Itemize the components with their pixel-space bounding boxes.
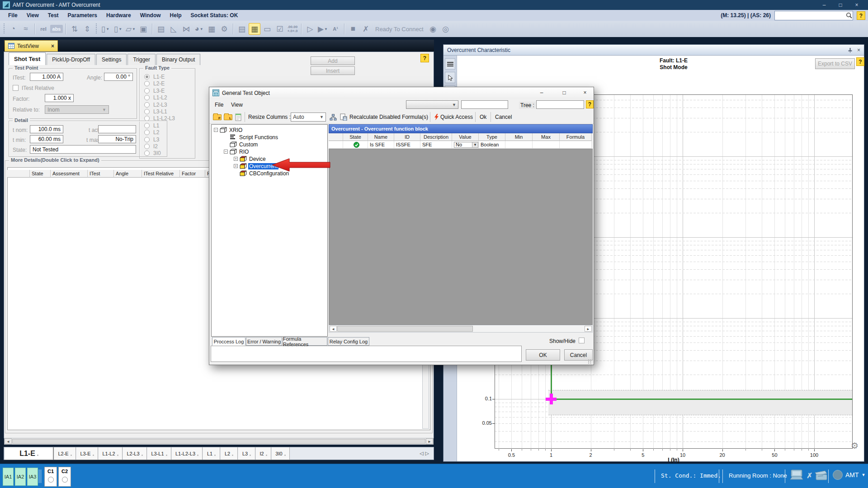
connect-icon[interactable]: ◉ <box>427 23 439 35</box>
tree-structure-icon[interactable] <box>330 114 337 121</box>
tab-proccess-log[interactable]: Proccess Log <box>212 337 245 346</box>
pointer-tool-icon[interactable] <box>445 72 455 83</box>
numeric-view-icon[interactable]: ▦ <box>249 23 260 35</box>
tab-testview[interactable]: TestView × <box>5 40 58 52</box>
binary-output-c1[interactable]: C1 <box>44 467 57 487</box>
phasor-view-icon[interactable]: ◕▼ <box>193 23 205 35</box>
itest-field[interactable]: 1.000 A <box>30 73 63 81</box>
import-format-icon[interactable]: F <box>213 114 222 120</box>
dialog-close-icon[interactable]: × <box>579 89 591 97</box>
import-template-icon[interactable]: L <box>224 114 232 120</box>
toolbar-grip[interactable] <box>95 23 97 34</box>
fault-tab-l1-l2[interactable]: L1-L2 <box>99 447 123 460</box>
stop-icon[interactable]: ■ <box>347 23 359 35</box>
menu-parameters[interactable]: Parameters <box>63 12 102 19</box>
start-once-icon[interactable]: A¹ <box>330 23 341 35</box>
scroll-thumb[interactable] <box>12 439 425 444</box>
chevron-down-icon[interactable]: ▼ <box>324 27 328 31</box>
decimal-precision-icon[interactable]: .00.00 +.0+.0 <box>287 23 298 35</box>
close-icon[interactable]: × <box>852 0 862 9</box>
relative-to-select[interactable]: Inom▼ <box>45 105 109 114</box>
toolbar-ok-button[interactable]: Ok <box>480 114 486 120</box>
binary-output-c2[interactable]: C2 <box>58 467 71 487</box>
menu-view[interactable]: View <box>22 12 43 19</box>
chevron-down-icon[interactable]: ▼ <box>200 27 203 31</box>
grid-column-name[interactable]: Name <box>368 133 394 141</box>
new-from-template-icon[interactable]: ▯▼ <box>112 23 124 35</box>
dialog-menu-view[interactable]: View <box>231 102 243 108</box>
panel-help-button[interactable]: ? <box>420 54 429 62</box>
tab-settings[interactable]: Settings <box>96 54 127 65</box>
tree-item-xrio[interactable]: XRIO <box>228 127 243 133</box>
tree-item-custom[interactable]: Custom <box>238 141 259 148</box>
fault-tab-l2[interactable]: L2 <box>221 447 238 460</box>
menu-help[interactable]: Help <box>165 12 186 19</box>
tab-binary-output[interactable]: Binary Output <box>156 54 200 65</box>
search-icon[interactable] <box>845 12 853 19</box>
chevron-down-icon[interactable]: ▼ <box>132 27 136 31</box>
chevron-down-icon[interactable]: ▼ <box>106 27 109 31</box>
gear-icon[interactable]: ⚙ <box>851 441 859 451</box>
xrio-tree[interactable]: −XRIOScript FunctionsCustom−RIO+Device+O… <box>211 124 328 337</box>
tab-next-icon[interactable]: ▷ <box>425 450 431 456</box>
analog-outputs-icon[interactable]: ⇅ <box>69 23 80 35</box>
value-select[interactable]: No▼ <box>454 142 478 148</box>
tree-expander-expand[interactable]: + <box>234 157 238 161</box>
grid-horizontal-scrollbar[interactable]: ◄ ► <box>329 325 593 333</box>
grid-column-min[interactable]: Min <box>505 133 533 141</box>
fault-radio-l2-e[interactable] <box>144 81 150 86</box>
grid-column-max[interactable]: Max <box>533 133 560 141</box>
tab-shot-test[interactable]: Shot Test <box>9 52 46 65</box>
column-header-itest-relative[interactable]: ITest Relative <box>142 170 180 178</box>
dialog-maximize-icon[interactable]: □ <box>558 89 570 97</box>
grid-column-description[interactable]: Description <box>420 133 452 141</box>
impedance-view-icon[interactable]: ⋈ <box>180 23 192 35</box>
dialog-menu-file[interactable]: File <box>215 102 223 108</box>
fault-tab-l3[interactable]: L3 <box>238 447 255 460</box>
grid-column-state[interactable]: State <box>343 133 368 141</box>
time-signal-icon[interactable]: ◔ <box>7 23 19 35</box>
assessment-icon[interactable]: ☑ <box>274 23 286 35</box>
report-view-icon[interactable]: ▤ <box>155 23 167 35</box>
resize-columns-select[interactable]: Auto▼ <box>291 113 326 122</box>
fault-tab-l1-e[interactable]: L1-E <box>5 447 54 460</box>
tab-pickup-dropoff[interactable]: PickUp-DropOff <box>47 54 95 65</box>
grid-column-row-selector[interactable] <box>329 133 343 141</box>
characteristic-view-icon[interactable]: ◺ <box>168 23 179 35</box>
filter-select[interactable]: ▼ <box>406 100 458 109</box>
t-act-field[interactable] <box>98 125 136 133</box>
chart-help-button[interactable]: ? <box>856 57 864 66</box>
filter-input[interactable] <box>461 100 508 109</box>
fault-tab-l2-e[interactable]: L2-E <box>54 447 76 460</box>
clear-icon[interactable]: ✗ <box>360 23 372 35</box>
quick-access-label[interactable]: Quick Access <box>440 114 473 120</box>
search-box[interactable] <box>774 11 853 20</box>
toolbar-grip[interactable] <box>3 23 5 34</box>
grid-column-value[interactable]: Value <box>452 133 479 141</box>
scroll-left-icon[interactable]: ◄ <box>330 326 337 332</box>
fault-radio-l3-e[interactable] <box>144 88 150 94</box>
tab-prev-icon[interactable]: ◁ <box>420 450 425 456</box>
dialog-title-bar[interactable]: General Test Object – □ × <box>209 87 594 99</box>
resize-grip[interactable] <box>588 359 592 364</box>
itest-relative-checkbox[interactable] <box>13 85 19 91</box>
fault-radio-l1-e[interactable] <box>144 74 150 80</box>
panel-close-icon[interactable]: × <box>857 47 860 53</box>
grid-column-type[interactable]: Type <box>479 133 505 141</box>
fault-radio-l1-l2[interactable] <box>144 95 150 100</box>
detail-view-icon[interactable]: ▦ <box>206 23 217 35</box>
add-button[interactable]: Add <box>311 56 355 65</box>
tree-search-input[interactable] <box>536 100 584 109</box>
test-settings-icon[interactable]: ⚙ <box>218 23 230 35</box>
chart-menu-icon[interactable] <box>445 58 455 70</box>
tab-error-warning[interactable]: Error / Warning <box>246 337 282 346</box>
start-single-icon[interactable]: ▷ <box>304 23 316 35</box>
save-icon[interactable]: ▣ <box>137 23 149 35</box>
fault-tab-i2[interactable]: I2 <box>256 447 271 460</box>
t-min-field[interactable]: 60.00 ms <box>30 135 63 143</box>
export-to-csv-button[interactable]: Export to CSV <box>815 58 855 69</box>
dialog-help-button[interactable]: ? <box>586 100 594 108</box>
column-header-itest[interactable]: ITest <box>88 170 114 178</box>
start-icon[interactable]: ▶▼ <box>317 23 329 35</box>
show-hide-checkbox[interactable] <box>579 338 585 343</box>
